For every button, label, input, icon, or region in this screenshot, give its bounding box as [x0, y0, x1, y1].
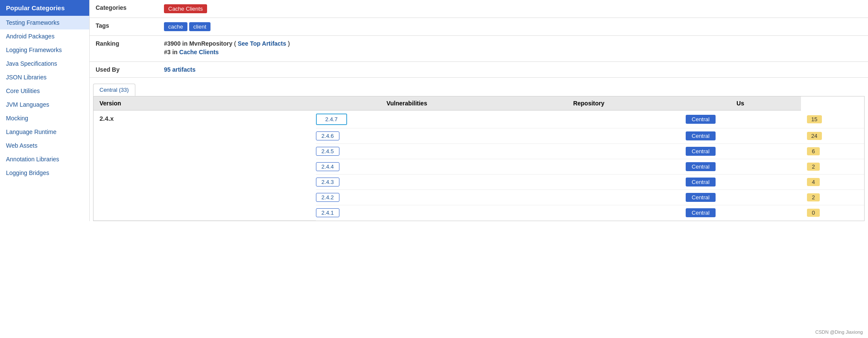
usage-badge-1: 24 — [807, 132, 821, 140]
version-group-label: 2.4.x — [94, 111, 316, 221]
info-table: Categories Cache Clients Tags cacheclien… — [90, 0, 868, 78]
usage-badge-3: 2 — [807, 163, 820, 171]
versions-table: Version Vulnerabilities Repository Us 2.… — [94, 96, 864, 221]
usage-badge-0: 15 — [807, 115, 821, 123]
used-by-label: Used By — [90, 62, 158, 78]
vuln-cell-3 — [498, 159, 680, 175]
version-link-0[interactable]: 2.4.7 — [320, 115, 343, 123]
version-col-header: Version — [94, 96, 316, 111]
sidebar-item-7[interactable]: Mocking — [0, 111, 89, 125]
version-link-2[interactable]: 2.4.5 — [316, 147, 339, 156]
vuln-cell-2 — [498, 144, 680, 159]
used-by-value: 95 artifacts — [158, 62, 868, 78]
vuln-col-header: Vulnerabilities — [316, 96, 498, 111]
version-highlight-wrapper: 2.4.7 — [316, 114, 347, 125]
sidebar-item-2[interactable]: Logging Frameworks — [0, 43, 89, 57]
sidebar-item-10[interactable]: Annotation Libraries — [0, 152, 89, 166]
ranking-sub-prefix: #3 in — [164, 49, 179, 55]
version-cell-5: 2.4.2 — [316, 190, 498, 205]
ranking-main-text: #3900 in MvnRepository — [164, 40, 232, 47]
sidebar-item-1[interactable]: Android Packages — [0, 29, 89, 43]
table-row-0: 2.4.x2.4.7Central15 — [94, 111, 864, 128]
version-cell-4: 2.4.3 — [316, 175, 498, 190]
tag-client[interactable]: client — [189, 22, 210, 31]
version-link-5[interactable]: 2.4.2 — [316, 193, 339, 202]
version-cell-0: 2.4.7 — [316, 111, 498, 128]
vuln-cell-6 — [498, 205, 680, 221]
repo-col-header: Repository — [498, 96, 680, 111]
categories-value: Cache Clients — [158, 0, 868, 18]
see-top-artifacts-link[interactable]: See Top Artifacts — [238, 40, 286, 47]
sidebar-item-8[interactable]: Language Runtime — [0, 125, 89, 139]
usages-cell-0: 15 — [801, 111, 864, 128]
version-link-3[interactable]: 2.4.4 — [316, 162, 339, 171]
sidebar-item-4[interactable]: JSON Libraries — [0, 70, 89, 84]
tags-row: Tags cacheclient — [90, 18, 868, 36]
vuln-cell-1 — [498, 128, 680, 144]
tags-value: cacheclient — [158, 18, 868, 36]
version-link-1[interactable]: 2.4.6 — [316, 131, 339, 140]
vuln-cell-0 — [498, 111, 680, 128]
tab-0[interactable]: Central (33) — [93, 84, 135, 96]
usages-cell-5: 2 — [801, 190, 864, 205]
used-by-link[interactable]: 95 artifacts — [164, 66, 196, 73]
vuln-cell-4 — [498, 175, 680, 190]
vuln-cell-5 — [498, 190, 680, 205]
sidebar-item-11[interactable]: Logging Bridges — [0, 166, 89, 180]
categories-row: Categories Cache Clients — [90, 0, 868, 18]
repo-cell-0: Central — [680, 111, 801, 128]
version-link-6[interactable]: 2.4.1 — [316, 208, 339, 217]
sidebar-item-9[interactable]: Web Assets — [0, 139, 89, 152]
repo-cell-3: Central — [680, 159, 801, 175]
sidebar-item-5[interactable]: Core Utilities — [0, 84, 89, 98]
usages-cell-3: 2 — [801, 159, 864, 175]
ranking-value: #3900 in MvnRepository ( See Top Artifac… — [158, 36, 868, 62]
version-cell-6: 2.4.1 — [316, 205, 498, 221]
sidebar-item-3[interactable]: Java Specifications — [0, 57, 89, 70]
ranking-row: Ranking #3900 in MvnRepository ( See Top… — [90, 36, 868, 62]
version-cell-3: 2.4.4 — [316, 159, 498, 175]
tag-cache[interactable]: cache — [164, 22, 187, 31]
versions-table-wrapper: Version Vulnerabilities Repository Us 2.… — [93, 96, 865, 221]
repo-cell-1: Central — [680, 128, 801, 144]
ranking-paren-close: ) — [288, 40, 290, 47]
usages-cell-6: 0 — [801, 205, 864, 221]
usage-badge-2: 6 — [807, 147, 820, 155]
repo-badge-1[interactable]: Central — [686, 131, 716, 140]
usages-cell-2: 6 — [801, 144, 864, 159]
cache-clients-link[interactable]: Cache Clients — [179, 49, 219, 55]
usages-cell-4: 4 — [801, 175, 864, 190]
sidebar-item-6[interactable]: JVM Languages — [0, 98, 89, 111]
usage-badge-5: 2 — [807, 193, 820, 201]
repo-badge-5[interactable]: Central — [686, 193, 716, 202]
version-cell-1: 2.4.6 — [316, 128, 498, 144]
repo-badge-0[interactable]: Central — [686, 115, 716, 124]
version-cell-2: 2.4.5 — [316, 144, 498, 159]
repo-badge-2[interactable]: Central — [686, 147, 716, 156]
usages-col-header: Us — [680, 96, 801, 111]
repo-cell-6: Central — [680, 205, 801, 221]
main-content: Categories Cache Clients Tags cacheclien… — [90, 0, 868, 221]
used-by-row: Used By 95 artifacts — [90, 62, 868, 78]
tabs-area: Central (33) — [90, 84, 868, 96]
table-header-row: Version Vulnerabilities Repository Us — [94, 96, 864, 111]
category-badge[interactable]: Cache Clients — [164, 4, 207, 13]
tags-label: Tags — [90, 18, 158, 36]
ranking-paren-open: ( — [234, 40, 236, 47]
version-link-4[interactable]: 2.4.3 — [316, 178, 339, 186]
repo-cell-5: Central — [680, 190, 801, 205]
usage-badge-4: 4 — [807, 178, 820, 186]
sidebar-header: Popular Categories — [0, 0, 89, 16]
repo-badge-6[interactable]: Central — [686, 208, 716, 217]
repo-badge-4[interactable]: Central — [686, 178, 716, 186]
repo-cell-4: Central — [680, 175, 801, 190]
ranking-label: Ranking — [90, 36, 158, 62]
sidebar-item-0[interactable]: Testing Frameworks — [0, 16, 89, 29]
usage-badge-6: 0 — [807, 209, 820, 217]
usages-cell-1: 24 — [801, 128, 864, 144]
categories-label: Categories — [90, 0, 158, 18]
repo-cell-2: Central — [680, 144, 801, 159]
sidebar: Popular Categories Testing FrameworksAnd… — [0, 0, 90, 221]
repo-badge-3[interactable]: Central — [686, 162, 716, 171]
